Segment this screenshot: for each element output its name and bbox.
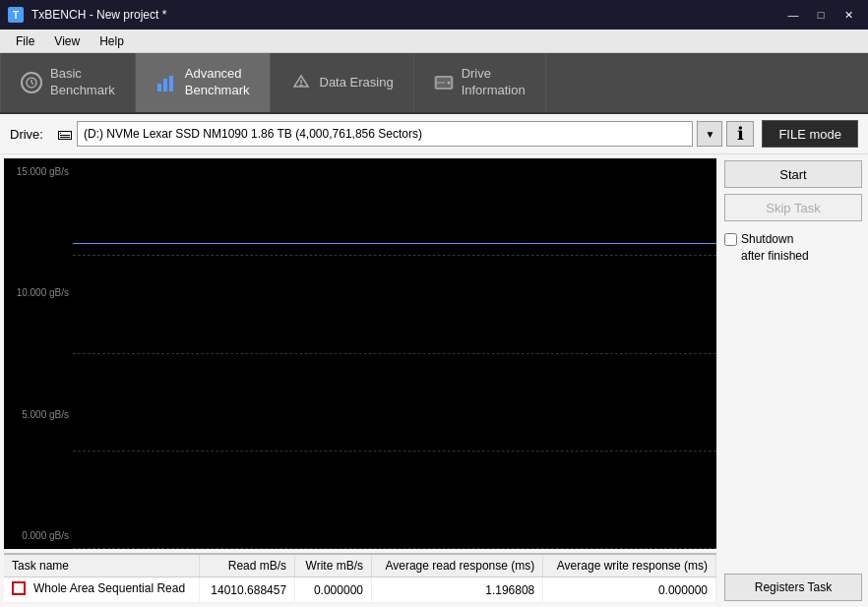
drive-select-wrapper: 🖴 (D:) NVMe Lexar SSD NM1090 1.86 TB (4,…	[57, 121, 754, 147]
y-label-1: 5.000 gB/s	[8, 409, 69, 420]
shutdown-label[interactable]: Shutdownafter finished	[741, 231, 809, 265]
title-bar-controls: — □ ✕	[781, 5, 860, 25]
clock-icon	[21, 72, 42, 93]
svg-rect-5	[169, 76, 173, 91]
minimize-button[interactable]: —	[781, 5, 805, 25]
erasing-icon	[290, 72, 312, 93]
tab-basic-benchmark[interactable]: Basic Benchmark	[0, 53, 136, 112]
menu-view[interactable]: View	[46, 32, 88, 50]
grid-line-25	[73, 451, 716, 452]
col-write: Write mB/s	[295, 555, 372, 577]
shutdown-row: Shutdownafter finished	[724, 231, 862, 265]
chart-grid	[73, 158, 716, 549]
app-icon: T	[8, 7, 24, 23]
main-content: Drive: 🖴 (D:) NVMe Lexar SSD NM1090 1.86…	[0, 114, 868, 607]
tab-advanced-label1: Advanced	[185, 66, 250, 83]
task-read-icon	[12, 581, 26, 595]
col-read: Read mB/s	[200, 555, 295, 577]
drive-small-icon: 🖴	[57, 125, 73, 143]
menu-bar: File View Help	[0, 30, 868, 53]
tab-basic-label1: Basic	[50, 66, 115, 83]
registers-task-button[interactable]: Registers Task	[724, 574, 862, 601]
tab-drive-label2: Information	[462, 83, 526, 99]
y-label-0: 0.000 gB/s	[8, 530, 69, 541]
tab-advanced-benchmark[interactable]: Advanced Benchmark	[136, 53, 271, 112]
svg-rect-4	[163, 79, 167, 91]
col-avg-write: Average write response (ms)	[543, 555, 716, 577]
tab-data-erasing[interactable]: Data Erasing	[271, 53, 414, 112]
chart-area: 0.000 gB/s 5.000 gB/s 10.000 gB/s 15.000…	[4, 158, 716, 549]
drive-label: Drive:	[10, 127, 49, 142]
svg-line-2	[31, 83, 33, 85]
file-mode-button[interactable]: FILE mode	[762, 120, 858, 148]
cell-task: Whole Area Sequential Read	[4, 577, 200, 603]
svg-rect-3	[157, 84, 161, 91]
maximize-button[interactable]: □	[809, 5, 833, 25]
data-line-read	[73, 243, 716, 244]
drive-info-button[interactable]: ℹ	[726, 121, 754, 147]
menu-help[interactable]: Help	[92, 32, 132, 50]
y-label-2: 10.000 gB/s	[8, 287, 69, 298]
grid-line-50	[73, 353, 716, 354]
tab-drive-label1: Drive	[462, 66, 526, 83]
skip-task-button[interactable]: Skip Task	[724, 194, 862, 221]
grid-line-bottom	[73, 548, 716, 549]
col-task-name: Task name	[4, 555, 200, 577]
cell-task-name: Whole Area Sequential Read	[33, 581, 185, 595]
title-bar: T TxBENCH - New project * — □ ✕	[0, 0, 868, 30]
y-axis-labels: 0.000 gB/s 5.000 gB/s 10.000 gB/s 15.000…	[4, 158, 73, 549]
cell-read: 14010.688457	[200, 577, 295, 603]
drive-icon	[434, 76, 454, 90]
tab-basic-label2: Benchmark	[50, 83, 115, 99]
spacer	[724, 271, 862, 568]
window-title: TxBENCH - New project *	[31, 8, 166, 22]
svg-rect-8	[299, 85, 303, 86]
table-wrapper: Task name Read mB/s Write mB/s Average r…	[4, 553, 716, 603]
col-avg-read: Average read response (ms)	[371, 555, 542, 577]
drive-row: Drive: 🖴 (D:) NVMe Lexar SSD NM1090 1.86…	[0, 114, 868, 154]
cell-write: 0.000000	[295, 577, 372, 603]
grid-line-75	[73, 255, 716, 256]
tab-nav: Basic Benchmark Advanced Benchmark	[0, 53, 868, 114]
shutdown-checkbox[interactable]	[724, 233, 737, 246]
y-label-3: 15.000 gB/s	[8, 166, 69, 177]
right-panel: Start Skip Task Shutdownafter finished R…	[720, 154, 868, 607]
close-button[interactable]: ✕	[837, 5, 860, 25]
table-row: Whole Area Sequential Read 14010.688457 …	[4, 577, 716, 603]
table-header-row: Task name Read mB/s Write mB/s Average r…	[4, 555, 716, 577]
drive-select[interactable]: (D:) NVMe Lexar SSD NM1090 1.86 TB (4,00…	[77, 121, 693, 147]
content-area: 0.000 gB/s 5.000 gB/s 10.000 gB/s 15.000…	[0, 154, 868, 607]
tab-erasing-label1: Data Erasing	[320, 75, 394, 91]
svg-point-10	[447, 82, 450, 85]
menu-file[interactable]: File	[8, 32, 42, 50]
results-table: Task name Read mB/s Write mB/s Average r…	[4, 555, 716, 603]
title-bar-left: T TxBENCH - New project *	[8, 7, 166, 23]
tab-drive-information[interactable]: Drive Information	[414, 53, 546, 112]
tab-advanced-label2: Benchmark	[185, 83, 250, 99]
cell-avg-read: 1.196808	[371, 577, 542, 603]
start-button[interactable]: Start	[724, 160, 862, 188]
drive-dropdown-arrow[interactable]: ▼	[697, 121, 722, 147]
cell-avg-write: 0.000000	[543, 577, 716, 603]
bar-chart-icon	[155, 72, 177, 93]
